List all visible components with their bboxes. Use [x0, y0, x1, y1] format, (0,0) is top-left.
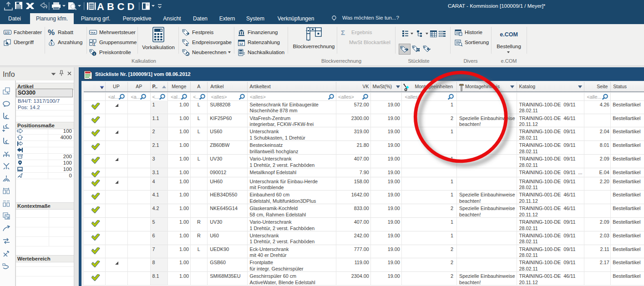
svg-text:TAX: TAX	[90, 31, 96, 34]
svg-text:A: A	[97, 1, 104, 12]
svg-text:B: B	[107, 1, 114, 12]
svg-text:123: 123	[5, 30, 10, 34]
svg-text:C: C	[117, 1, 125, 12]
svg-text:Σ: Σ	[186, 41, 188, 46]
svg-text:$: $	[51, 42, 52, 45]
svg-text:%: %	[48, 29, 55, 36]
svg-text:Σ: Σ	[93, 42, 96, 46]
svg-text:12: 12	[239, 41, 243, 45]
svg-text:Σ: Σ	[341, 29, 345, 36]
svg-text:i: i	[94, 52, 95, 55]
svg-text:D: D	[127, 1, 135, 12]
